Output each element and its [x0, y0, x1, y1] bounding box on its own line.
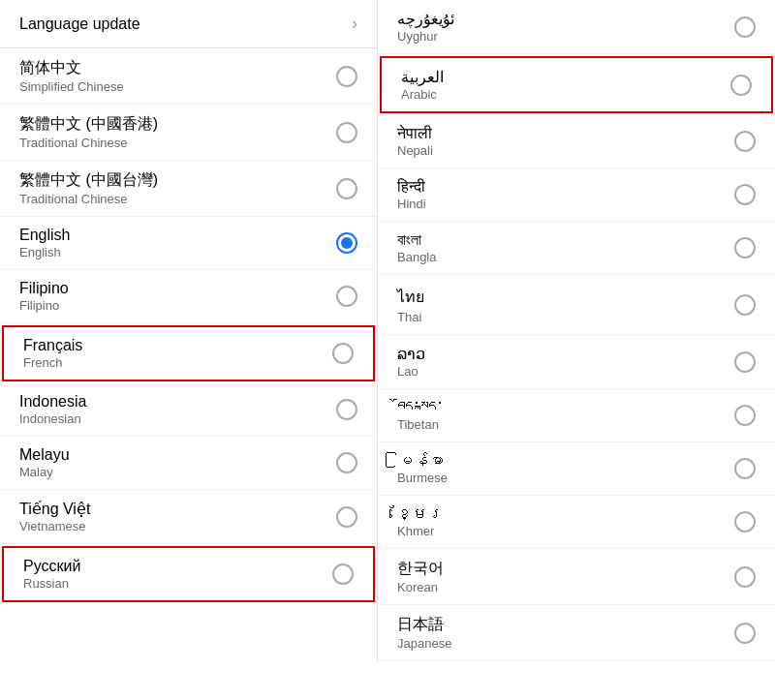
language-sub-khmer: Khmer: [397, 524, 444, 538]
radio-bangla[interactable]: [734, 237, 756, 259]
language-name-nepali: नेपाली: [397, 125, 433, 142]
language-name-traditional-chinese-hk: 繁體中文 (中國香港): [19, 114, 158, 135]
language-name-hindi: हिन्दी: [397, 178, 426, 196]
language-name-traditional-chinese-tw: 繁體中文 (中國台灣): [19, 170, 158, 191]
radio-traditional-chinese-hk[interactable]: [336, 122, 357, 143]
language-sub-arabic: Arabic: [401, 87, 444, 102]
radio-arabic[interactable]: [730, 75, 752, 96]
radio-uyghur[interactable]: [734, 16, 756, 38]
radio-traditional-chinese-tw[interactable]: [336, 178, 357, 199]
language-sub-uyghur: Uyghur: [397, 29, 454, 44]
language-name-bangla: বাংলা: [397, 231, 436, 249]
language-name-filipino: Filipino: [19, 280, 69, 297]
radio-tibetan[interactable]: [734, 405, 756, 426]
language-sub-vietnamese: Vietnamese: [19, 519, 90, 533]
language-item-vietnamese[interactable]: Tiếng ViệtVietnamese: [0, 490, 377, 544]
language-sub-traditional-chinese-tw: Traditional Chinese: [19, 192, 158, 206]
radio-english[interactable]: [336, 232, 357, 254]
language-sub-bangla: Bangla: [397, 250, 436, 264]
language-item-thai[interactable]: ไทยThai: [378, 275, 775, 335]
language-item-hindi[interactable]: हिन्दीHindi: [378, 168, 775, 222]
chevron-right-icon: ›: [352, 14, 357, 34]
language-update-row[interactable]: Language update ›: [0, 0, 377, 48]
language-sub-french: French: [23, 355, 82, 370]
language-item-japanese[interactable]: 日本語Japanese: [378, 605, 775, 661]
language-sub-hindi: Hindi: [397, 197, 426, 211]
right-language-list: ئۇيغۇرچەUyghurالعربيةArabicनेपालीNepaliह…: [378, 0, 775, 661]
radio-thai[interactable]: [734, 294, 756, 316]
radio-russian[interactable]: [332, 563, 354, 585]
language-name-russian: Русский: [23, 558, 80, 575]
radio-indonesia[interactable]: [336, 399, 357, 420]
language-sub-japanese: Japanese: [397, 636, 451, 651]
language-sub-lao: Lao: [397, 364, 425, 379]
language-item-nepali[interactable]: नेपालीNepali: [378, 115, 775, 168]
language-sub-korean: Korean: [397, 580, 444, 594]
language-name-burmese: မြန်မာ: [397, 452, 448, 470]
right-language-panel: ئۇيغۇرچەUyghurالعربيةArabicनेपालीNepaliह…: [378, 0, 775, 661]
language-item-korean[interactable]: 한국어Korean: [378, 549, 775, 605]
left-language-panel: Language update › 简体中文Simplified Chinese…: [0, 0, 378, 661]
language-item-bangla[interactable]: বাংলাBangla: [378, 222, 775, 275]
language-name-japanese: 日本語: [397, 615, 451, 635]
language-sub-malay: Malay: [19, 465, 70, 479]
radio-lao[interactable]: [734, 351, 756, 373]
language-item-uyghur[interactable]: ئۇيغۇرچەUyghur: [378, 0, 775, 54]
language-name-uyghur: ئۇيغۇرچە: [397, 10, 454, 28]
language-name-malay: Melayu: [19, 446, 70, 464]
language-name-indonesia: Indonesia: [19, 393, 86, 411]
language-update-label: Language update: [19, 15, 140, 33]
language-settings-screen: Language update › 简体中文Simplified Chinese…: [0, 0, 775, 661]
language-sub-filipino: Filipino: [19, 298, 69, 313]
language-sub-nepali: Nepali: [397, 143, 433, 158]
radio-khmer[interactable]: [734, 511, 756, 533]
radio-hindi[interactable]: [734, 184, 756, 205]
language-item-indonesia[interactable]: IndonesiaIndonesian: [0, 383, 377, 437]
language-name-simplified-chinese: 简体中文: [19, 58, 124, 78]
language-name-vietnamese: Tiếng Việt: [19, 500, 90, 518]
radio-japanese[interactable]: [734, 623, 756, 644]
radio-vietnamese[interactable]: [336, 506, 357, 528]
radio-malay[interactable]: [336, 452, 357, 473]
language-name-lao: ລາວ: [397, 345, 425, 363]
language-item-russian[interactable]: РусскийRussian: [2, 546, 375, 602]
language-sub-indonesia: Indonesian: [19, 411, 86, 426]
language-item-tibetan[interactable]: བོད་སྐད་Tibetan: [378, 389, 775, 442]
language-item-filipino[interactable]: FilipinoFilipino: [0, 270, 377, 323]
radio-simplified-chinese[interactable]: [336, 66, 357, 87]
language-sub-burmese: Burmese: [397, 471, 448, 485]
language-name-thai: ไทย: [397, 285, 424, 309]
radio-french[interactable]: [332, 343, 354, 364]
radio-nepali[interactable]: [734, 131, 756, 152]
language-sub-english: English: [19, 245, 70, 259]
language-sub-russian: Russian: [23, 576, 80, 591]
language-item-arabic[interactable]: العربيةArabic: [380, 56, 773, 113]
language-item-burmese[interactable]: မြန်မာBurmese: [378, 442, 775, 496]
language-item-traditional-chinese-hk[interactable]: 繁體中文 (中國香港)Traditional Chinese: [0, 105, 377, 161]
language-sub-thai: Thai: [397, 310, 424, 324]
language-name-english: English: [19, 227, 70, 244]
language-item-french[interactable]: FrançaisFrench: [2, 325, 375, 381]
language-item-malay[interactable]: MelayuMalay: [0, 437, 377, 490]
language-name-korean: 한국어: [397, 559, 444, 579]
language-sub-traditional-chinese-hk: Traditional Chinese: [19, 136, 158, 150]
language-name-french: Français: [23, 337, 82, 354]
language-sub-simplified-chinese: Simplified Chinese: [19, 79, 124, 94]
radio-filipino[interactable]: [336, 286, 357, 307]
language-item-khmer[interactable]: ខ្មែរKhmer: [378, 496, 775, 549]
language-item-lao[interactable]: ລາວLao: [378, 335, 775, 389]
language-sub-tibetan: Tibetan: [397, 417, 444, 432]
language-item-simplified-chinese[interactable]: 简体中文Simplified Chinese: [0, 48, 377, 105]
language-name-tibetan: བོད་སྐད་: [397, 399, 444, 416]
language-name-khmer: ខ្មែរ: [397, 505, 444, 523]
radio-burmese[interactable]: [734, 458, 756, 479]
language-name-arabic: العربية: [401, 68, 444, 86]
left-language-list: 简体中文Simplified Chinese繁體中文 (中國香港)Traditi…: [0, 48, 377, 602]
language-item-english[interactable]: EnglishEnglish: [0, 217, 377, 270]
language-item-traditional-chinese-tw[interactable]: 繁體中文 (中國台灣)Traditional Chinese: [0, 161, 377, 217]
radio-korean[interactable]: [734, 566, 756, 588]
